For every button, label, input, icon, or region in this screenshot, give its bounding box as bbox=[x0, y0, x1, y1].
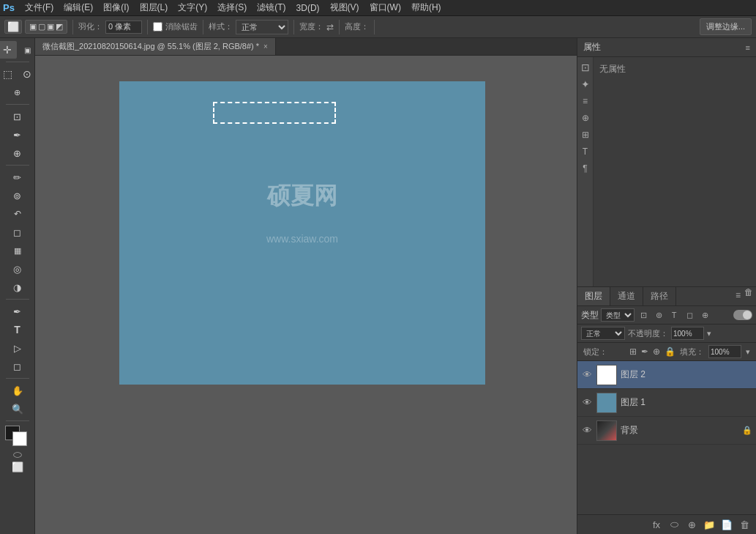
gradient-tool[interactable]: ▦ bbox=[8, 242, 27, 259]
marquee-rect-btn[interactable]: ⬜ bbox=[4, 20, 22, 34]
menu-window[interactable]: 窗口(W) bbox=[365, 0, 405, 15]
menu-file[interactable]: 文件(F) bbox=[20, 0, 58, 15]
layers-lock-controls: 锁定： ⊞ ✒ ⊕ 🔒 填充： ▾ bbox=[577, 343, 756, 361]
filter-toggle[interactable] bbox=[733, 310, 752, 320]
filter-icon-2[interactable]: ⊚ bbox=[652, 309, 665, 321]
adjust-edge-btn[interactable]: 调整边缘... bbox=[700, 18, 752, 35]
prop-icon-1[interactable]: ⊡ bbox=[579, 60, 592, 75]
lasso-tool[interactable]: ⊙ bbox=[18, 65, 37, 83]
artboard-tool[interactable]: ▣ bbox=[18, 41, 37, 59]
style-select[interactable]: 正常 固定比例 固定大小 bbox=[236, 20, 288, 34]
add-style-btn[interactable]: fx bbox=[649, 518, 664, 531]
layer-item-1[interactable]: 👁 图层 1 bbox=[577, 389, 756, 417]
properties-menu-icon[interactable]: ≡ bbox=[746, 43, 750, 52]
toolbox-sep2 bbox=[6, 104, 29, 105]
eyedropper-tool[interactable]: ✒ bbox=[8, 126, 27, 144]
opacity-input[interactable] bbox=[671, 327, 704, 340]
screen-mode-btn[interactable]: ⬜ bbox=[12, 461, 23, 472]
layer-2-eye[interactable]: 👁 bbox=[581, 369, 593, 381]
eraser-tool[interactable]: ◻ bbox=[8, 223, 27, 241]
filter-icon-3[interactable]: T bbox=[667, 309, 681, 321]
quick-mask-btn[interactable]: ⬭ bbox=[13, 448, 22, 461]
prop-icon-4[interactable]: ⊕ bbox=[579, 111, 592, 125]
tab-paths[interactable]: 路径 bbox=[643, 287, 676, 305]
lock-all-icon[interactable]: 🔒 bbox=[665, 346, 675, 357]
add-group-btn[interactable]: 📁 bbox=[702, 518, 716, 531]
layers-blend-controls: 正常 不透明度： ▾ bbox=[577, 325, 756, 343]
menu-view[interactable]: 视图(V) bbox=[326, 0, 364, 15]
crop-tool[interactable]: ⊡ bbox=[8, 108, 27, 125]
filter-type-label: 类型 bbox=[581, 309, 599, 322]
delete-layer-btn[interactable]: 🗑 bbox=[737, 518, 752, 531]
filter-icon-1[interactable]: ⊡ bbox=[637, 309, 650, 321]
shape-tool[interactable]: ◻ bbox=[8, 357, 27, 375]
toolbar-sep1 bbox=[72, 20, 73, 34]
menu-text[interactable]: 文字(Y) bbox=[173, 0, 212, 15]
brush-tool[interactable]: ✏ bbox=[8, 168, 27, 186]
clone-stamp-tool[interactable]: ⊚ bbox=[8, 187, 27, 204]
zoom-tool[interactable]: 🔍 bbox=[8, 400, 27, 418]
layer-item-2[interactable]: 👁 图层 2 bbox=[577, 361, 756, 389]
history-brush-tool[interactable]: ↶ bbox=[8, 205, 27, 223]
opacity-arrow[interactable]: ▾ bbox=[707, 329, 711, 338]
toolbar-sep3 bbox=[203, 20, 203, 34]
marquee-options[interactable]: ▣ ▢ ▣ ◩ bbox=[25, 20, 67, 34]
prop-icon-7[interactable]: ¶ bbox=[579, 161, 592, 176]
prop-icon-3[interactable]: ≡ bbox=[579, 94, 592, 108]
toolbar-sep4 bbox=[293, 20, 294, 34]
right-panel: 属性 ≡ ⊡ ✦ ≡ ⊕ ⊞ T ¶ 无属性 图层 通道 bbox=[577, 38, 756, 534]
prop-icon-6[interactable]: T bbox=[579, 144, 592, 159]
menu-select[interactable]: 选择(S) bbox=[213, 0, 251, 15]
add-mask-btn[interactable]: ⬭ bbox=[667, 518, 681, 531]
tab-bar: 微信截图_20210820150614.jpg @ 55.1% (图层 2, R… bbox=[35, 38, 577, 56]
background-color[interactable] bbox=[12, 431, 27, 446]
layers-delete-top[interactable]: 🗑 bbox=[744, 287, 753, 305]
marquee-icon3: ▣ bbox=[47, 22, 54, 31]
blur-tool[interactable]: ◎ bbox=[8, 260, 27, 278]
layer-item-bg[interactable]: 👁 背景 🔒 bbox=[577, 417, 756, 445]
tab-close-btn[interactable]: × bbox=[263, 42, 268, 51]
feather-input[interactable] bbox=[105, 21, 142, 34]
layers-list: 👁 图层 2 👁 图层 1 👁 背景 🔒 bbox=[577, 361, 756, 514]
blend-mode-select[interactable]: 正常 bbox=[581, 327, 625, 340]
menu-image[interactable]: 图像(I) bbox=[99, 0, 133, 15]
menu-3d[interactable]: 3D(D) bbox=[292, 1, 324, 15]
heal-tool[interactable]: ⊕ bbox=[8, 144, 27, 162]
color-swatch[interactable] bbox=[5, 426, 30, 446]
filter-type-select[interactable]: 类型 bbox=[601, 308, 635, 322]
quick-select-tool[interactable]: ⊕ bbox=[8, 84, 27, 101]
tab-layers[interactable]: 图层 bbox=[577, 287, 610, 305]
fill-label: 填充： bbox=[680, 346, 704, 357]
layer-1-eye[interactable]: 👁 bbox=[581, 397, 593, 409]
layers-panel-menu[interactable]: ≡ bbox=[732, 287, 744, 305]
lock-transform-icon[interactable]: ⊕ bbox=[653, 346, 660, 357]
canvas-scroll[interactable]: 硕夏网 www.sxiaw.com bbox=[35, 56, 577, 534]
lock-pixels-icon[interactable]: ⊞ bbox=[629, 346, 637, 357]
path-select-tool[interactable]: ▷ bbox=[8, 339, 27, 357]
menu-filter[interactable]: 滤镜(T) bbox=[252, 0, 290, 15]
menu-layer[interactable]: 图层(L) bbox=[135, 0, 173, 15]
layers-panel: 图层 通道 路径 ≡ 🗑 类型 类型 ⊡ ⊚ T ◻ ⊕ bbox=[577, 287, 756, 534]
add-adjustment-btn[interactable]: ⊕ bbox=[684, 518, 699, 531]
hand-tool[interactable]: ✋ bbox=[8, 382, 27, 399]
text-tool[interactable]: T bbox=[8, 321, 27, 338]
add-layer-btn[interactable]: 📄 bbox=[719, 518, 734, 531]
fill-arrow[interactable]: ▾ bbox=[746, 347, 750, 357]
fill-input[interactable] bbox=[708, 345, 741, 358]
tab-channels[interactable]: 通道 bbox=[610, 287, 643, 305]
menu-edit[interactable]: 编辑(E) bbox=[59, 0, 97, 15]
antialias-checkbox[interactable] bbox=[153, 22, 162, 31]
menu-bar: Ps 文件(F) 编辑(E) 图像(I) 图层(L) 文字(Y) 选择(S) 滤… bbox=[0, 0, 756, 16]
prop-icon-5[interactable]: ⊞ bbox=[579, 127, 592, 142]
menu-help[interactable]: 帮助(H) bbox=[407, 0, 446, 15]
prop-icon-2[interactable]: ✦ bbox=[579, 77, 592, 92]
filter-icon-4[interactable]: ◻ bbox=[683, 309, 696, 321]
lock-position-icon[interactable]: ✒ bbox=[641, 346, 648, 357]
layer-bg-eye[interactable]: 👁 bbox=[581, 425, 593, 437]
filter-icon-5[interactable]: ⊕ bbox=[698, 309, 711, 321]
marquee-tool[interactable]: ⬚ bbox=[0, 65, 17, 83]
move-tool[interactable]: ✛ bbox=[0, 41, 17, 59]
document-tab[interactable]: 微信截图_20210820150614.jpg @ 55.1% (图层 2, R… bbox=[35, 38, 276, 55]
pen-tool[interactable]: ✒ bbox=[8, 303, 27, 320]
dodge-tool[interactable]: ◑ bbox=[8, 278, 27, 296]
